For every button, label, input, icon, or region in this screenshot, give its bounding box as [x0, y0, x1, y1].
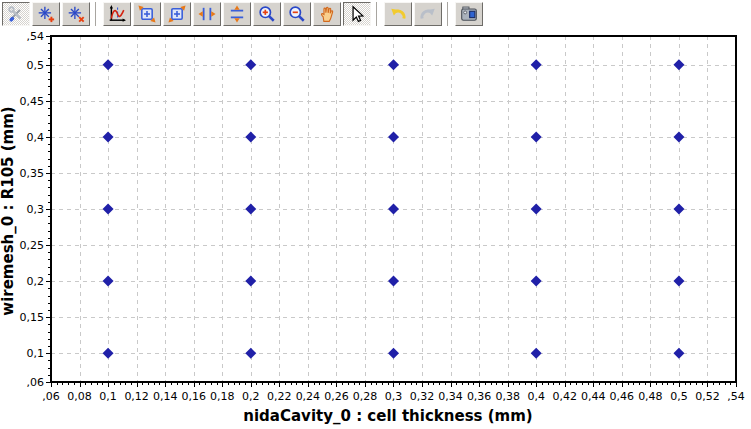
redo-icon — [419, 5, 437, 23]
data-point[interactable] — [103, 276, 114, 287]
data-point[interactable] — [245, 59, 256, 70]
axes-rescale-icon — [108, 5, 126, 23]
data-point[interactable] — [531, 204, 542, 215]
zoom-window-button[interactable] — [163, 2, 191, 26]
data-point[interactable] — [245, 276, 256, 287]
autoscale-axes-button[interactable] — [103, 2, 131, 26]
plot-settings-button[interactable] — [2, 2, 30, 26]
y-tick-label: 0,35 — [20, 167, 45, 180]
x-tick-label: 0,46 — [610, 390, 635, 403]
chart-area: ,060,080,10,120,140,160,180,20,220,240,2… — [0, 28, 751, 429]
data-point[interactable] — [673, 348, 684, 359]
data-point[interactable] — [388, 276, 399, 287]
zoom-box-in-icon — [168, 5, 186, 23]
x-tick-label: 0,28 — [353, 390, 378, 403]
plot-window: ,060,080,10,120,140,160,180,20,220,240,2… — [0, 0, 751, 429]
data-point[interactable] — [245, 131, 256, 142]
pointer-icon — [348, 5, 366, 23]
x-tick-label: 0,42 — [553, 390, 578, 403]
x-tick-label: 0,26 — [324, 390, 349, 403]
x-tick-label: 0,14 — [153, 390, 178, 403]
data-point[interactable] — [103, 348, 114, 359]
data-point[interactable] — [388, 348, 399, 359]
data-point[interactable] — [531, 276, 542, 287]
data-point[interactable] — [673, 59, 684, 70]
y-tick-label: ,06 — [27, 376, 45, 389]
undo-button[interactable] — [384, 2, 412, 26]
zoom-in-icon — [258, 5, 276, 23]
y-tick-label: 0,1 — [27, 347, 45, 360]
y-axis-title: wiremesh_0 : R105 (mm) — [0, 106, 17, 315]
y-tick-label: ,54 — [27, 30, 45, 43]
y-tick-label: 0,25 — [20, 239, 45, 252]
stretch-horizontal-button[interactable] — [193, 2, 221, 26]
y-tick-label: 0,45 — [20, 95, 45, 108]
scatter-plot[interactable]: ,060,080,10,120,140,160,180,20,220,240,2… — [0, 28, 751, 429]
x-axis-title: nidaCavity_0 : cell thickness (mm) — [243, 407, 532, 425]
y-tick-label: 0,4 — [27, 131, 45, 144]
y-tick-label: 0,2 — [27, 275, 45, 288]
add-datapoint-button[interactable] — [32, 2, 60, 26]
x-tick-label: 0,2 — [242, 390, 260, 403]
tools-icon — [7, 5, 25, 23]
x-tick-label: 0,12 — [124, 390, 149, 403]
data-point[interactable] — [673, 131, 684, 142]
redo-button[interactable] — [414, 2, 442, 26]
data-point[interactable] — [673, 276, 684, 287]
x-tick-label: 0,5 — [670, 390, 688, 403]
x-tick-label: 0,36 — [467, 390, 492, 403]
x-tick-label: 0,4 — [527, 390, 545, 403]
x-tick-label: 0,1 — [99, 390, 117, 403]
y-tick-label: 0,5 — [27, 59, 45, 72]
zoom-out-button[interactable] — [283, 2, 311, 26]
expand-vertical-icon — [228, 5, 246, 23]
zoom-in-button[interactable] — [253, 2, 281, 26]
data-point[interactable] — [103, 204, 114, 215]
toolbar-separator — [376, 2, 380, 26]
data-point[interactable] — [103, 59, 114, 70]
toolbar — [0, 0, 751, 28]
data-point[interactable] — [531, 131, 542, 142]
x-tick-label: 0,16 — [181, 390, 206, 403]
stretch-vertical-button[interactable] — [223, 2, 251, 26]
data-point[interactable] — [673, 204, 684, 215]
x-tick-label: ,54 — [727, 390, 745, 403]
pan-button[interactable] — [313, 2, 341, 26]
x-tick-label: 0,38 — [495, 390, 520, 403]
x-tick-label: 0,08 — [67, 390, 92, 403]
data-point[interactable] — [245, 204, 256, 215]
data-point[interactable] — [245, 348, 256, 359]
x-tick-label: 0,18 — [210, 390, 235, 403]
select-pointer-button[interactable] — [343, 2, 371, 26]
camera-icon — [460, 5, 478, 23]
x-tick-label: 0,22 — [267, 390, 292, 403]
undo-icon — [389, 5, 407, 23]
snapshot-button[interactable] — [455, 2, 483, 26]
crosshair-x-icon — [67, 5, 85, 23]
zoom-box-button[interactable] — [133, 2, 161, 26]
x-tick-label: 0,24 — [296, 390, 321, 403]
toolbar-separator — [447, 2, 451, 26]
data-point[interactable] — [388, 131, 399, 142]
zoom-box-out-icon — [138, 5, 156, 23]
x-tick-label: 0,32 — [410, 390, 435, 403]
x-tick-label: 0,48 — [638, 390, 663, 403]
hand-icon — [318, 5, 336, 23]
zoom-out-icon — [288, 5, 306, 23]
y-tick-label: 0,3 — [27, 203, 45, 216]
x-tick-label: 0,44 — [581, 390, 606, 403]
data-point[interactable] — [388, 204, 399, 215]
x-tick-label: 0,34 — [438, 390, 463, 403]
crosshair-plus-icon — [37, 5, 55, 23]
y-tick-label: 0,15 — [20, 311, 45, 324]
data-point[interactable] — [388, 59, 399, 70]
data-point[interactable] — [103, 131, 114, 142]
x-tick-label: ,06 — [42, 390, 60, 403]
data-point[interactable] — [531, 348, 542, 359]
x-tick-label: 0,52 — [695, 390, 720, 403]
data-point[interactable] — [531, 59, 542, 70]
x-tick-label: 0,3 — [385, 390, 403, 403]
expand-horizontal-icon — [198, 5, 216, 23]
remove-datapoint-button[interactable] — [62, 2, 90, 26]
toolbar-separator — [95, 2, 99, 26]
